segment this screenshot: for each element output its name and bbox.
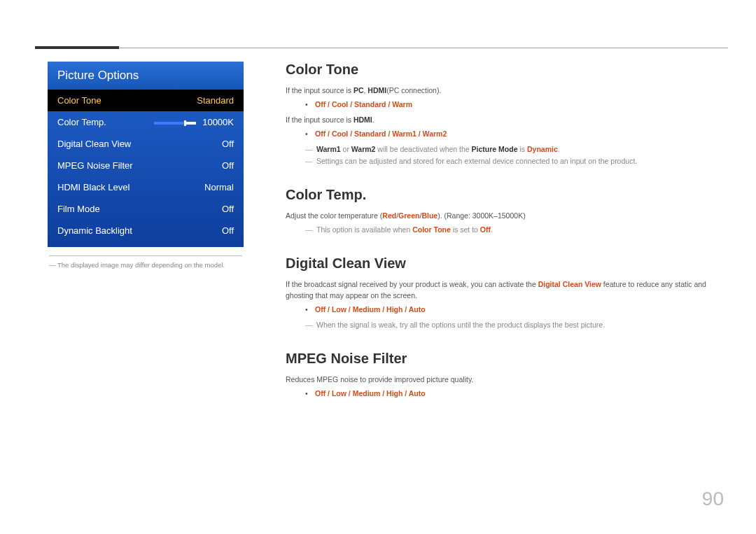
para: Adjust the color temperature (Red/Green/… — [286, 210, 721, 221]
note: This option is available when Color Tone… — [305, 224, 721, 236]
osd-row-film-mode[interactable]: Film Mode Off — [48, 198, 244, 220]
note: When the signal is weak, try all the opt… — [305, 319, 721, 331]
options-list: Off / Low / Medium / High / Auto — [305, 388, 721, 400]
osd-label: Digital Clean View — [57, 139, 131, 149]
option-item: Off / Cool / Standard / Warm — [305, 99, 721, 111]
section-color-tone: Color Tone If the input source is PC, HD… — [286, 62, 721, 167]
osd-panel: Picture Options Color Tone Standard Colo… — [48, 62, 244, 247]
footnote-dash: ― — [49, 260, 57, 269]
osd-row-dynamic-backlight[interactable]: Dynamic Backlight Off — [48, 220, 244, 241]
option-item: Off / Low / Medium / High / Auto — [305, 388, 721, 400]
para: If the input source is PC, HDMI(PC conne… — [286, 85, 721, 96]
osd-label: Color Tone — [57, 95, 102, 106]
osd-label: Color Temp. — [57, 117, 106, 127]
osd-label: HDMI Black Level — [57, 182, 130, 192]
slider-track[interactable] — [154, 122, 196, 125]
heading-mpeg: MPEG Noise Filter — [286, 351, 721, 367]
osd-value: Off — [222, 160, 234, 171]
para: If the broadcast signal received by your… — [286, 279, 721, 302]
osd-value: Off — [222, 204, 234, 214]
osd-value-text: 10000K — [202, 117, 234, 127]
osd-row-digital-clean-view[interactable]: Digital Clean View Off — [48, 133, 244, 155]
option-item: Off / Low / Medium / High / Auto — [305, 304, 721, 316]
section-color-temp: Color Temp. Adjust the color temperature… — [286, 187, 721, 236]
options-list: Off / Low / Medium / High / Auto — [305, 304, 721, 316]
options-list: Off / Cool / Standard / Warm — [305, 99, 721, 111]
option-item: Off / Cool / Standard / Warm1 / Warm2 — [305, 128, 721, 141]
heading-dcv: Digital Clean View — [286, 255, 721, 272]
slider-thumb[interactable] — [184, 120, 186, 126]
options-list: Off / Cool / Standard / Warm1 / Warm2 — [305, 128, 721, 141]
osd-value: Off — [222, 139, 234, 149]
page-number: 90 — [702, 488, 724, 510]
osd-title: Picture Options — [48, 62, 244, 90]
osd-label: MPEG Noise Filter — [57, 160, 133, 171]
osd-value: 10000K — [154, 117, 234, 127]
osd-row-hdmi-black-level[interactable]: HDMI Black Level Normal — [48, 176, 244, 198]
osd-footnote-rule — [49, 255, 242, 256]
note: Warm1 or Warm2 will be deactivated when … — [305, 143, 721, 155]
para: If the input source is HDMI. — [286, 114, 721, 125]
osd-footnote: ―The displayed image may differ dependin… — [49, 260, 244, 269]
osd-value: Off — [222, 225, 234, 236]
section-mpeg-noise-filter: MPEG Noise Filter Reduces MPEG noise to … — [286, 351, 721, 400]
osd-body: Color Tone Standard Color Temp. 10000K D… — [48, 90, 244, 247]
header-rule — [35, 48, 728, 48]
para: Reduces MPEG noise to provide improved p… — [286, 374, 721, 385]
osd-label: Film Mode — [57, 204, 100, 214]
osd-row-color-tone[interactable]: Color Tone Standard — [48, 90, 244, 111]
osd-label: Dynamic Backlight — [57, 225, 132, 236]
osd-value: Standard — [197, 95, 234, 106]
osd-value: Normal — [204, 182, 234, 192]
osd-row-color-temp[interactable]: Color Temp. 10000K — [48, 111, 244, 133]
heading-color-temp: Color Temp. — [286, 187, 721, 203]
osd-row-mpeg-noise-filter[interactable]: MPEG Noise Filter Off — [48, 155, 244, 176]
heading-color-tone: Color Tone — [286, 62, 721, 78]
header-rule-accent — [35, 46, 119, 49]
footnote-text: The displayed image may differ depending… — [57, 261, 225, 269]
section-digital-clean-view: Digital Clean View If the broadcast sign… — [286, 255, 721, 331]
note: Settings can be adjusted and stored for … — [305, 155, 721, 167]
